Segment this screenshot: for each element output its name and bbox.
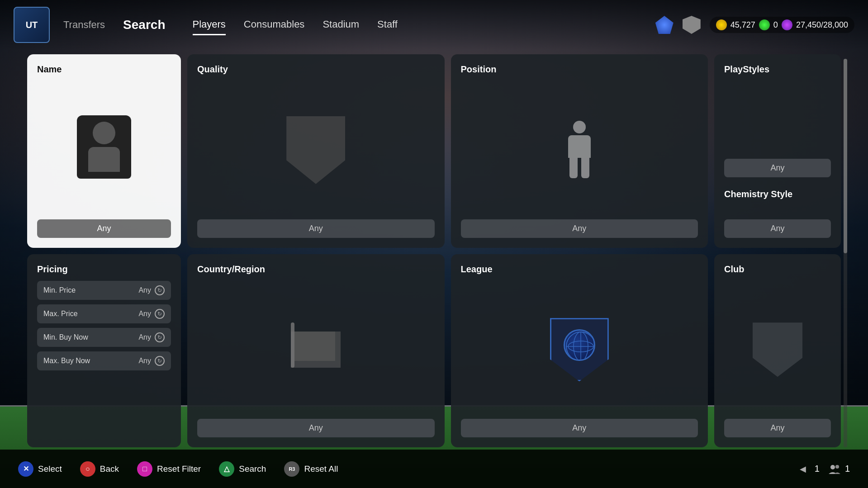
search-button[interactable]: △ Search (219, 461, 266, 477)
bottom-right: ◀ 1 1 (796, 462, 850, 476)
name-card-title: Name (37, 64, 171, 75)
coins-value: 45,727 (730, 20, 755, 30)
reset-filter-button[interactable]: □ Reset Filter (137, 461, 201, 477)
cycle-icon-min-price: ↻ (155, 285, 165, 295)
league-badge-display (461, 281, 698, 419)
ut-logo: UT (14, 7, 50, 43)
max-price-value: Any ↻ (138, 309, 165, 319)
league-value-badge[interactable]: Any (461, 419, 698, 437)
select-label: Select (38, 464, 62, 474)
sp-icon (782, 19, 792, 30)
max-buynow-row[interactable]: Max. Buy Now Any ↻ (37, 351, 171, 370)
flag-cloth (294, 332, 335, 361)
reset-all-button[interactable]: R3 Reset All (284, 461, 338, 477)
name-card: Name Any (27, 54, 181, 248)
league-card: League An (451, 254, 708, 448)
players-icon (829, 464, 840, 474)
country-card-title: Country/Region (197, 264, 435, 275)
min-buynow-row[interactable]: Min. Buy Now Any ↻ (37, 328, 171, 347)
quality-card-title: Quality (197, 64, 435, 75)
back-label: Back (100, 464, 119, 474)
nav-transfers[interactable]: Transfers (63, 19, 105, 31)
tab-stadium[interactable]: Stadium (323, 15, 359, 35)
league-card-title: League (461, 264, 698, 275)
playstyles-value-badge[interactable]: Any (724, 159, 831, 177)
gem-icon (655, 16, 674, 34)
min-price-value: Any ↻ (138, 285, 165, 295)
club-card-title: Club (724, 264, 831, 275)
r3-icon: R3 (284, 461, 299, 477)
quality-value-badge[interactable]: Any (197, 219, 435, 238)
playstyles-card-title: PlayStyles (724, 64, 831, 75)
min-price-row[interactable]: Min. Price Any ↻ (37, 281, 171, 300)
search-label: Search (239, 464, 266, 474)
club-card: Club Any (714, 254, 841, 448)
flag-pole (291, 322, 294, 368)
sp-value: 27,450/28,000 (796, 20, 848, 30)
player-count-display: 1 (829, 464, 850, 474)
gems-icon (759, 19, 770, 30)
league-shield-border (550, 318, 609, 381)
player-avatar-display (37, 81, 171, 213)
playstyles-card: PlayStyles Any Chemistry Style Any (714, 54, 841, 248)
cycle-icon-max-buynow: ↻ (155, 356, 165, 366)
flag-shape (291, 332, 341, 368)
avatar-body (77, 115, 131, 179)
silhouette-head (573, 121, 586, 133)
name-value-badge[interactable]: Any (37, 219, 171, 238)
chem-spacer (724, 206, 831, 219)
avatar-head (93, 122, 115, 144)
avatar-torso (88, 147, 120, 172)
tab-consumables[interactable]: Consumables (244, 15, 305, 35)
scroll-indicator (844, 59, 847, 447)
coins-icon (716, 19, 727, 30)
scroll-thumb (844, 59, 847, 253)
page-number: 1 (815, 464, 820, 474)
svg-point-5 (830, 465, 835, 469)
country-value-badge[interactable]: Any (197, 419, 435, 437)
quality-shield-display (197, 81, 435, 219)
chemistry-style-value-badge[interactable]: Any (724, 219, 831, 238)
max-price-row[interactable]: Max. Price Any ↻ (37, 304, 171, 323)
min-price-label: Min. Price (43, 286, 76, 294)
tab-staff[interactable]: Staff (377, 15, 398, 35)
triangle-icon: △ (219, 461, 234, 477)
club-badge-icon (683, 16, 701, 34)
silhouette-body (568, 135, 591, 158)
reset-filter-label: Reset Filter (157, 464, 201, 474)
svg-point-6 (835, 465, 839, 469)
square-icon: □ (137, 461, 152, 477)
silhouette-legs (561, 158, 598, 178)
position-silhouette-display (461, 81, 698, 219)
main-content: Name Any Pricing Min. Price Any ↻ Max. P… (27, 54, 841, 447)
player-silhouette-shape (561, 121, 598, 180)
header: UT Transfers Search Players Consumables … (0, 0, 868, 50)
nav-tabs: Players Consumables Stadium Staff (193, 15, 655, 35)
silhouette-right-leg (581, 158, 589, 178)
league-shield (550, 318, 609, 381)
min-buynow-label: Min. Buy Now (43, 333, 88, 341)
chemistry-style-title: Chemistry Style (724, 189, 831, 199)
playstyles-section: PlayStyles Any (724, 64, 831, 177)
quality-shield-shape (286, 116, 345, 184)
gems-value: 0 (773, 20, 778, 30)
country-flag-display (197, 281, 435, 419)
select-button[interactable]: ✕ Select (18, 461, 62, 477)
playstyles-spacer (724, 81, 831, 159)
currency-display: 45,727 0 27,450/28,000 (710, 17, 854, 33)
max-buynow-label: Max. Buy Now (43, 357, 90, 365)
max-buynow-value: Any ↻ (138, 356, 165, 366)
nav-search: Search (123, 18, 165, 32)
back-button[interactable]: ○ Back (80, 461, 119, 477)
club-value-badge[interactable]: Any (724, 419, 831, 437)
prev-page-button[interactable]: ◀ (796, 462, 810, 476)
tab-players[interactable]: Players (193, 15, 226, 35)
position-value-badge[interactable]: Any (461, 219, 698, 238)
position-card: Position Any (451, 54, 708, 248)
page-navigation: ◀ 1 (796, 462, 820, 476)
bottom-bar: ✕ Select ○ Back □ Reset Filter △ Search … (0, 450, 868, 488)
x-icon: ✕ (18, 461, 33, 477)
pricing-card: Pricing Min. Price Any ↻ Max. Price Any … (27, 254, 181, 448)
country-card: Country/Region Any (187, 254, 445, 448)
avatar-icon (77, 115, 131, 179)
